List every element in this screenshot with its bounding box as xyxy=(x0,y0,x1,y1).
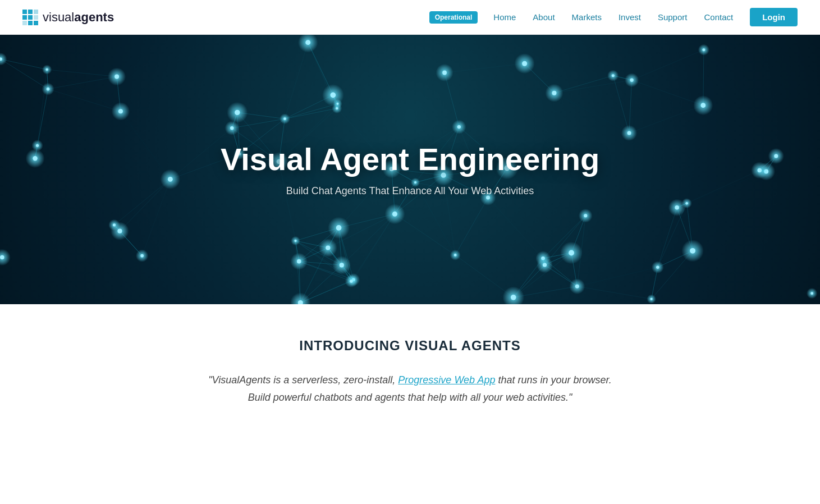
nav-contact[interactable]: Contact xyxy=(697,9,740,25)
status-badge: Operational xyxy=(429,11,478,24)
intro-pwa-link[interactable]: Progressive Web App xyxy=(398,374,495,386)
logo[interactable]: visualagents xyxy=(22,10,114,25)
logo-grid-icon xyxy=(22,10,38,25)
logo-visual: visual xyxy=(43,10,74,24)
main-nav: Operational Home About Markets Invest Su… xyxy=(429,8,798,26)
hero-section: Visual Agent Engineering Build Chat Agen… xyxy=(0,35,820,304)
hero-title: Visual Agent Engineering xyxy=(221,142,599,177)
hero-content: Visual Agent Engineering Build Chat Agen… xyxy=(221,142,599,198)
header: visualagents Operational Home About Mark… xyxy=(0,0,820,35)
login-button[interactable]: Login xyxy=(750,8,798,26)
nav-about[interactable]: About xyxy=(526,9,561,25)
intro-section: INTRODUCING VISUAL AGENTS "VisualAgents … xyxy=(186,304,635,428)
hero-subtitle: Build Chat Agents That Enhance All Your … xyxy=(221,185,599,197)
nav-home[interactable]: Home xyxy=(487,9,523,25)
intro-heading: INTRODUCING VISUAL AGENTS xyxy=(197,338,624,354)
nav-support[interactable]: Support xyxy=(651,9,694,25)
nav-markets[interactable]: Markets xyxy=(565,9,608,25)
logo-agents: agents xyxy=(74,10,114,24)
intro-text-before-link: "VisualAgents is a serverless, zero-inst… xyxy=(208,374,398,386)
logo-text: visualagents xyxy=(43,10,114,25)
nav-invest[interactable]: Invest xyxy=(612,9,648,25)
intro-text: "VisualAgents is a serverless, zero-inst… xyxy=(197,372,624,406)
